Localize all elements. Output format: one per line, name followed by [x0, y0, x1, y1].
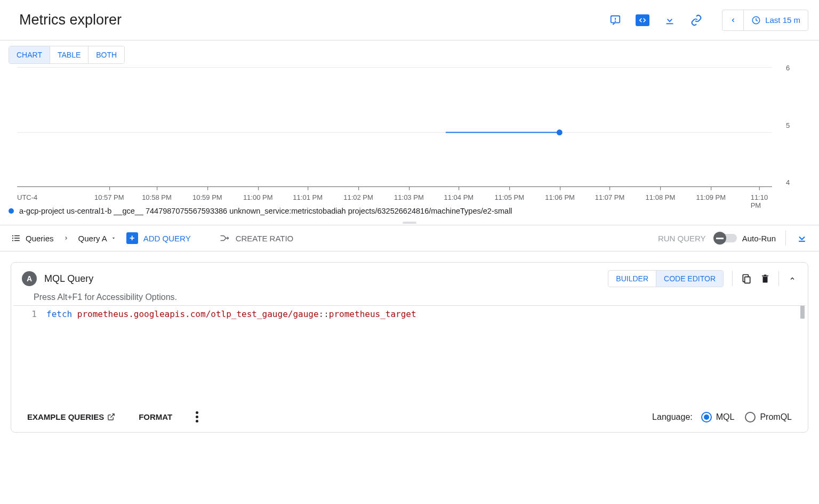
time-range-button[interactable]: Last 15 m — [744, 15, 808, 25]
queries-list-button[interactable]: Queries — [11, 233, 54, 243]
link-icon[interactable] — [690, 14, 703, 27]
svg-rect-17 — [716, 238, 724, 239]
svg-rect-14 — [14, 240, 20, 241]
header-actions: Last 15 m — [609, 10, 808, 31]
plus-icon: + — [126, 232, 138, 244]
radio-promql-label: PromQL — [760, 412, 792, 422]
code-icon[interactable] — [636, 14, 649, 26]
chart-x-axis: UTC-4 10:57 PM 10:58 PM 10:59 PM 11:00 P… — [17, 186, 772, 202]
toggle-track — [716, 234, 737, 242]
create-ratio-label: CREATE RATIO — [236, 234, 294, 243]
svg-point-9 — [12, 235, 13, 236]
svg-point-2 — [615, 21, 616, 21]
chart-y-axis: 6 5 4 — [781, 64, 802, 186]
create-ratio-button[interactable]: CREATE RATIO — [219, 233, 294, 243]
code-line: fetch prometheus.googleapis.com/otlp_tes… — [44, 306, 416, 401]
x-tick: 11:03 PM — [394, 187, 424, 201]
autorun-toggle[interactable]: Auto-Run — [716, 234, 776, 243]
svg-line-20 — [110, 414, 114, 418]
time-navigator: Last 15 m — [722, 10, 808, 31]
toggle-knob — [713, 232, 726, 245]
timezone-label: UTC-4 — [17, 193, 37, 201]
x-tick: 11:05 PM — [494, 187, 524, 201]
query-card-title: A MQL Query — [22, 271, 93, 286]
format-button[interactable]: FORMAT — [139, 412, 172, 421]
example-queries-link[interactable]: EXAMPLE QUERIES — [27, 412, 115, 421]
add-query-button[interactable]: + ADD QUERY — [126, 232, 191, 244]
x-tick: 10:57 PM — [94, 187, 124, 201]
chart-area[interactable]: 6 5 4 UTC-4 10:57 PM 10:58 PM 10:59 PM 1… — [17, 64, 802, 202]
line-gutter: 1 — [13, 306, 44, 401]
more-menu-icon[interactable] — [196, 411, 198, 422]
tab-chart[interactable]: CHART — [9, 46, 50, 63]
feedback-icon[interactable] — [609, 14, 622, 27]
time-prev-button[interactable] — [722, 10, 744, 30]
builder-mode-button[interactable]: BUILDER — [608, 271, 656, 287]
tab-table[interactable]: TABLE — [50, 46, 88, 63]
separator — [785, 231, 786, 246]
radio-promql[interactable]: PromQL — [745, 412, 792, 422]
svg-point-11 — [12, 238, 13, 239]
svg-rect-12 — [14, 238, 20, 239]
y-tick: 6 — [786, 64, 802, 72]
list-icon — [11, 233, 21, 243]
code-target: prometheus_target — [329, 309, 416, 319]
x-tick: 11:02 PM — [343, 187, 373, 201]
external-link-icon — [107, 413, 115, 421]
copy-icon[interactable] — [741, 273, 752, 284]
tab-both[interactable]: BOTH — [88, 46, 124, 63]
merge-icon — [219, 233, 230, 243]
radio-mql[interactable]: MQL — [701, 412, 735, 422]
chevron-right-icon — [63, 234, 69, 242]
collapse-icon[interactable] — [788, 275, 797, 282]
footer-left: EXAMPLE QUERIES FORMAT — [27, 411, 198, 422]
scrollbar-thumb[interactable] — [800, 306, 805, 319]
query-card-header-actions: BUILDER CODE EDITOR — [608, 270, 797, 287]
radio-circle — [701, 412, 712, 422]
language-label: Language: — [652, 412, 693, 422]
collapse-panel-icon[interactable] — [796, 232, 808, 245]
panel-resize-handle[interactable] — [0, 221, 819, 225]
footer-right: Language: MQL PromQL — [652, 412, 792, 422]
code-editor-mode-button[interactable]: CODE EDITOR — [656, 271, 723, 287]
queries-toolbar-left: Queries Query A + ADD QUERY CREATE RATIO — [11, 232, 293, 244]
query-card-header: A MQL Query BUILDER CODE EDITOR — [11, 263, 808, 287]
queries-label-text: Queries — [26, 234, 54, 243]
code-op: :: — [319, 309, 329, 319]
query-selector[interactable]: Query A — [78, 234, 117, 243]
separator — [732, 271, 733, 286]
code-path: prometheus.googleapis.com/otlp_test_gaug… — [77, 309, 319, 319]
svg-rect-10 — [14, 235, 20, 237]
x-tick: 11:10 PM — [751, 187, 768, 209]
svg-rect-3 — [667, 23, 673, 24]
line-number: 1 — [13, 309, 37, 319]
query-title-text: MQL Query — [44, 273, 93, 284]
delete-icon[interactable] — [760, 273, 770, 284]
x-tick: 10:59 PM — [192, 187, 222, 201]
legend-color-dot — [9, 208, 14, 214]
page-title: Metrics explorer — [19, 12, 122, 28]
x-tick: 10:58 PM — [142, 187, 172, 201]
svg-marker-15 — [113, 238, 115, 239]
query-selector-label: Query A — [78, 234, 107, 243]
separator — [778, 271, 779, 286]
autorun-label: Auto-Run — [742, 234, 776, 243]
radio-circle — [745, 412, 756, 422]
x-tick: 11:06 PM — [545, 187, 575, 201]
svg-point-8 — [557, 129, 563, 135]
code-keyword: fetch — [46, 309, 72, 319]
add-query-label: ADD QUERY — [143, 234, 191, 243]
x-tick: 11:08 PM — [646, 187, 676, 201]
download-icon[interactable] — [663, 14, 676, 27]
view-mode-tabs: CHART TABLE BOTH — [9, 46, 125, 64]
y-tick: 4 — [786, 178, 802, 186]
chart-section: CHART TABLE BOTH 6 5 4 UTC-4 10:57 PM 10… — [0, 40, 819, 202]
y-tick: 5 — [786, 121, 802, 129]
x-tick: 11:00 PM — [243, 187, 273, 201]
x-tick: 11:07 PM — [595, 187, 625, 201]
code-editor[interactable]: 1 fetch prometheus.googleapis.com/otlp_t… — [13, 305, 806, 401]
caret-down-icon — [110, 236, 117, 240]
chart-legend[interactable]: a-gcp-project us-central1-b __gce__ 7447… — [0, 205, 819, 221]
radio-mql-label: MQL — [716, 412, 735, 422]
run-query-button[interactable]: RUN QUERY — [658, 234, 706, 243]
